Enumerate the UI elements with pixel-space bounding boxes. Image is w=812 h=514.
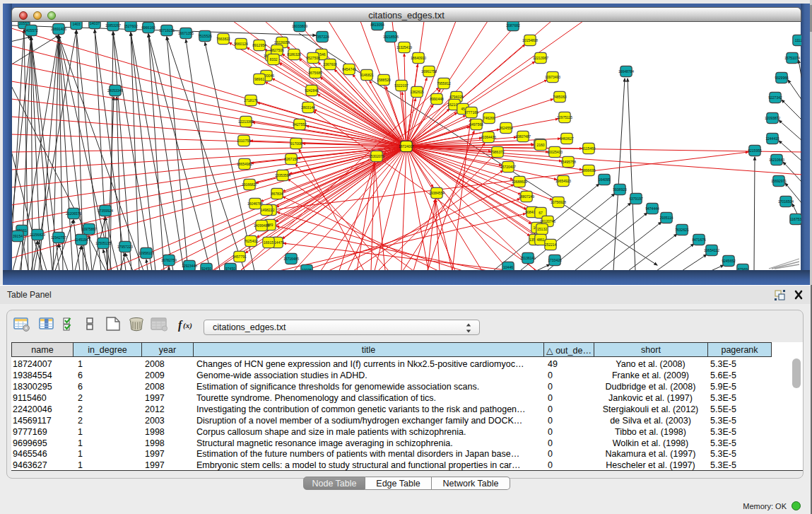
svg-text:5938923: 5938923 [613, 187, 627, 192]
svg-text:6379197: 6379197 [629, 197, 643, 201]
svg-text:1733426: 1733426 [548, 258, 562, 262]
svg-text:8215955: 8215955 [748, 148, 762, 153]
svg-text:10025433: 10025433 [547, 150, 563, 154]
svg-text:15751074: 15751074 [784, 56, 800, 60]
svg-text:15495758: 15495758 [560, 160, 576, 164]
svg-text:15132: 15132 [537, 227, 547, 231]
svg-text:2935114: 2935114 [659, 216, 673, 220]
svg-text:6497568: 6497568 [469, 122, 483, 127]
svg-text:16033809: 16033809 [292, 24, 307, 28]
svg-text:10807487: 10807487 [515, 134, 531, 139]
svg-text:16671355: 16671355 [178, 31, 194, 35]
svg-text:252214: 252214 [545, 243, 557, 247]
svg-text:6966160: 6966160 [141, 25, 155, 30]
svg-text:7515526: 7515526 [198, 34, 212, 38]
svg-text:8471676: 8471676 [692, 238, 706, 242]
svg-text:12923448: 12923448 [182, 264, 197, 268]
svg-text:17359924: 17359924 [98, 209, 113, 213]
svg-text:12213967: 12213967 [533, 56, 548, 60]
svg-text:12942757: 12942757 [51, 235, 66, 240]
svg-text:15692971: 15692971 [771, 179, 787, 183]
svg-text:39154: 39154 [13, 234, 23, 238]
svg-text:17957223: 17957223 [117, 245, 133, 249]
svg-text:10154808: 10154808 [522, 38, 538, 42]
svg-text:1145194: 1145194 [74, 238, 88, 242]
svg-text:28053346: 28053346 [107, 88, 123, 93]
svg-text:92450: 92450 [201, 267, 211, 270]
svg-text:746266: 746266 [483, 116, 495, 120]
svg-text:19384554: 19384554 [429, 191, 445, 195]
svg-text:87969: 87969 [738, 267, 748, 270]
svg-text:9227342: 9227342 [768, 95, 782, 100]
svg-text:10654112: 10654112 [704, 248, 719, 252]
svg-text:17016504: 17016504 [778, 199, 794, 204]
svg-text:7485063: 7485063 [553, 95, 567, 99]
svg-text:2718176: 2718176 [244, 98, 258, 103]
svg-text:4861: 4861 [536, 238, 544, 242]
svg-text:7357224: 7357224 [315, 35, 329, 39]
svg-text:15720407: 15720407 [500, 165, 516, 169]
svg-text:13353594: 13353594 [275, 173, 290, 177]
svg-text:9474444: 9474444 [645, 206, 659, 211]
svg-text:917008: 917008 [290, 141, 302, 146]
svg-text:9242848: 9242848 [305, 88, 319, 93]
svg-text:1588520: 1588520 [377, 78, 391, 82]
svg-text:20364436: 20364436 [481, 135, 496, 139]
svg-text:1403: 1403 [72, 22, 80, 26]
svg-text:9457791: 9457791 [233, 255, 247, 259]
svg-text:8454749: 8454749 [342, 67, 356, 71]
svg-text:5322037: 5322037 [394, 83, 408, 88]
svg-text:16120746: 16120746 [540, 219, 555, 223]
svg-text:8332: 8332 [269, 57, 277, 62]
svg-text:10095: 10095 [302, 268, 312, 270]
svg-text:97450: 97450 [225, 267, 235, 270]
svg-text:3675685: 3675685 [308, 71, 322, 75]
svg-text:67: 67 [539, 211, 543, 215]
svg-text:1362615: 1362615 [410, 90, 424, 94]
svg-text:7986372: 7986372 [490, 150, 505, 154]
svg-text:18640910: 18640910 [411, 56, 426, 60]
svg-text:7955812: 7955812 [437, 81, 451, 86]
svg-text:16210643: 16210643 [769, 158, 784, 162]
svg-text:867834: 867834 [271, 192, 283, 196]
svg-text:1405572: 1405572 [24, 28, 38, 33]
svg-text:2803144: 2803144 [301, 105, 315, 110]
svg-text:16915: 16915 [264, 240, 273, 245]
svg-text:16961758: 16961758 [421, 69, 437, 74]
svg-text:f: f [178, 319, 183, 332]
svg-text:23226058: 23226058 [274, 40, 290, 45]
svg-text:9527508: 9527508 [306, 56, 320, 60]
svg-text:10958107: 10958107 [139, 251, 154, 255]
svg-text:10975867: 10975867 [81, 227, 97, 231]
svg-text:15302073: 15302073 [369, 154, 384, 158]
svg-text:18654982: 18654982 [237, 162, 252, 166]
svg-text:11156829: 11156829 [30, 233, 45, 237]
svg-text:8267150: 8267150 [284, 157, 298, 161]
svg-text:7632621: 7632621 [675, 228, 689, 232]
svg-text:9777169: 9777169 [464, 110, 478, 115]
svg-text:9827506: 9827506 [270, 48, 284, 52]
svg-text:2087682: 2087682 [506, 23, 520, 28]
svg-text:10719155: 10719155 [159, 28, 175, 33]
svg-text:8912954: 8912954 [252, 43, 266, 47]
svg-text:98961: 98961 [254, 77, 264, 81]
svg-text:8813054: 8813054 [370, 23, 384, 27]
svg-text:164095: 164095 [599, 177, 611, 182]
svg-text:10756928: 10756928 [551, 200, 566, 204]
svg-text:20206576: 20206576 [66, 211, 81, 216]
svg-text:16648784: 16648784 [618, 69, 634, 74]
svg-text:9115460: 9115460 [582, 146, 595, 151]
svg-text:116753: 116753 [790, 217, 801, 221]
svg-text:18807249: 18807249 [519, 194, 534, 199]
svg-text:7625402: 7625402 [244, 239, 258, 243]
svg-text:11325419: 11325419 [396, 45, 412, 49]
svg-text:3624554: 3624554 [499, 126, 513, 130]
svg-text:12505135: 12505135 [95, 241, 111, 245]
svg-text:0899695: 0899695 [582, 168, 596, 173]
svg-text:19166827: 19166827 [242, 182, 257, 187]
svg-text:7663822: 7663822 [216, 37, 230, 41]
svg-text:1244415: 1244415 [765, 136, 779, 141]
svg-text:9245652: 9245652 [722, 259, 736, 263]
svg-text:149822: 149822 [261, 208, 273, 212]
svg-text:6794028: 6794028 [449, 95, 464, 99]
